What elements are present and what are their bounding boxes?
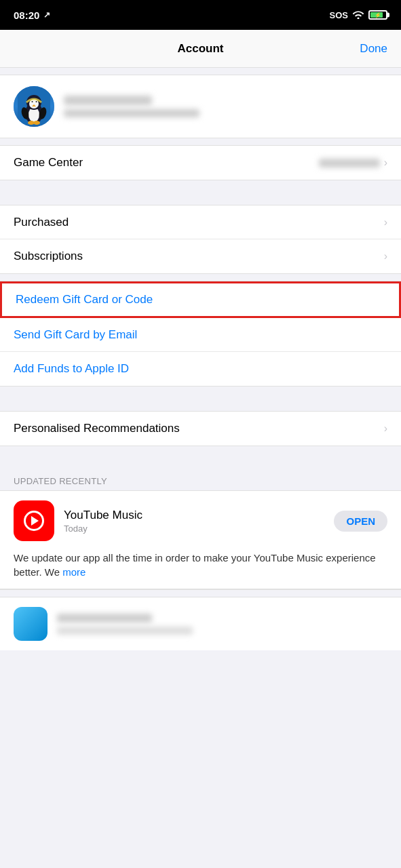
purchased-right: › bbox=[384, 216, 387, 229]
section-gap-1 bbox=[0, 68, 401, 75]
play-triangle-icon bbox=[31, 516, 39, 526]
gift-card-section: Redeem Gift Card or Code Send Gift Card … bbox=[0, 281, 401, 387]
open-button[interactable]: OPEN bbox=[334, 511, 387, 532]
game-center-value bbox=[319, 159, 380, 167]
game-center-chevron: › bbox=[384, 157, 387, 169]
bottom-app-icon bbox=[14, 607, 47, 641]
updated-section: YouTube Music Today OPEN We update our a… bbox=[0, 490, 401, 590]
svg-point-7 bbox=[32, 101, 33, 102]
profile-section bbox=[0, 75, 401, 138]
send-gift-row[interactable]: Send Gift Card by Email bbox=[0, 318, 401, 352]
section-gap-5 bbox=[0, 387, 401, 411]
add-funds-label: Add Funds to Apple ID bbox=[14, 362, 129, 376]
status-left: 08:20 ↗ bbox=[14, 9, 50, 21]
bottom-section bbox=[0, 597, 401, 650]
youtube-music-name: YouTube Music bbox=[64, 509, 324, 522]
subscriptions-label: Subscriptions bbox=[14, 250, 83, 263]
add-funds-row[interactable]: Add Funds to Apple ID bbox=[0, 352, 401, 386]
svg-point-8 bbox=[36, 101, 37, 102]
youtube-music-icon bbox=[14, 500, 54, 541]
game-center-row[interactable]: Game Center › bbox=[0, 146, 401, 180]
bottom-text-lines bbox=[57, 614, 193, 635]
personalised-label: Personalised Recommendations bbox=[14, 422, 180, 435]
location-icon: ↗ bbox=[43, 10, 50, 20]
subscriptions-chevron: › bbox=[384, 250, 387, 262]
redeem-row[interactable]: Redeem Gift Card or Code bbox=[0, 281, 401, 318]
personalised-section: Personalised Recommendations › bbox=[0, 411, 401, 446]
section-gap-3 bbox=[0, 180, 401, 205]
battery-icon: ⚡ bbox=[368, 10, 387, 20]
redeem-label: Redeem Gift Card or Code bbox=[16, 293, 153, 307]
section-gap-4 bbox=[0, 274, 401, 281]
section-gap-7 bbox=[0, 590, 401, 597]
time-label: 08:20 bbox=[14, 9, 39, 21]
purchases-section: Purchased › Subscriptions › bbox=[0, 205, 401, 274]
status-right: SOS ⚡ bbox=[330, 9, 387, 21]
subscriptions-row[interactable]: Subscriptions › bbox=[0, 239, 401, 273]
status-bar: 08:20 ↗ SOS ⚡ bbox=[0, 0, 401, 30]
profile-name bbox=[64, 96, 152, 105]
app-description: We update our app all the time in order … bbox=[0, 551, 401, 589]
personalised-row[interactable]: Personalised Recommendations › bbox=[0, 412, 401, 446]
youtube-music-time: Today bbox=[64, 524, 324, 534]
page-title: Account bbox=[178, 42, 224, 56]
profile-info bbox=[64, 96, 199, 117]
personalised-chevron: › bbox=[384, 422, 387, 435]
nav-bar: Account Done bbox=[0, 30, 401, 68]
section-gap-2 bbox=[0, 138, 401, 145]
bottom-blur-subtitle bbox=[57, 627, 193, 635]
sos-label: SOS bbox=[330, 10, 348, 20]
subscriptions-right: › bbox=[384, 250, 387, 262]
game-center-label: Game Center bbox=[14, 156, 83, 170]
purchased-label: Purchased bbox=[14, 216, 69, 229]
game-center-section: Game Center › bbox=[0, 145, 401, 180]
svg-point-13 bbox=[33, 121, 40, 125]
done-button[interactable]: Done bbox=[360, 42, 387, 56]
bottom-blur-title bbox=[57, 614, 152, 623]
play-circle-icon bbox=[24, 511, 44, 531]
purchased-chevron: › bbox=[384, 216, 387, 229]
purchased-row[interactable]: Purchased › bbox=[0, 205, 401, 239]
section-gap-6 bbox=[0, 446, 401, 471]
youtube-music-row: YouTube Music Today OPEN bbox=[0, 491, 401, 551]
personalised-right: › bbox=[384, 422, 387, 435]
game-center-right: › bbox=[319, 157, 387, 169]
more-link[interactable]: more bbox=[62, 566, 85, 578]
avatar bbox=[14, 86, 54, 127]
profile-email bbox=[64, 109, 199, 117]
updated-recently-header: Updated Recently bbox=[0, 471, 401, 490]
wifi-icon bbox=[352, 9, 364, 21]
send-gift-label: Send Gift Card by Email bbox=[14, 328, 137, 342]
youtube-music-info: YouTube Music Today bbox=[64, 509, 324, 534]
